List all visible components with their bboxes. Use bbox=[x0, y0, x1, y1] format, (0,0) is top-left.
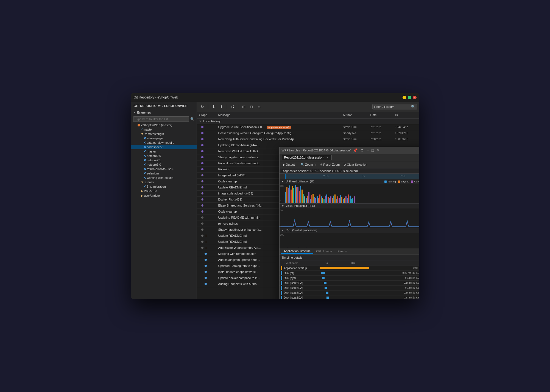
table-row[interactable]: Removing AuthService and fixing Dockerfi… bbox=[197, 136, 419, 142]
branch-item-remotes[interactable]: ▼ remotes/origin bbox=[131, 132, 197, 136]
graph-line-blue bbox=[206, 259, 206, 261]
reset-zoom-btn[interactable]: ↺ Reset Zoom bbox=[319, 162, 341, 167]
table-row[interactable]: Docker working without Configure Configu… bbox=[197, 130, 419, 136]
minimize-btn[interactable]: – bbox=[403, 96, 406, 99]
tab-app-timeline[interactable]: Application Timeline bbox=[281, 249, 314, 254]
maximize-btn[interactable]: □ bbox=[408, 96, 411, 99]
event-name: Application Startup bbox=[284, 267, 320, 270]
commit-author: Steve Smi... bbox=[343, 125, 370, 129]
branch-item-netcore30[interactable]: ⑆ netcore3.0 bbox=[131, 162, 197, 167]
svg-rect-8 bbox=[296, 187, 297, 203]
list-item[interactable]: Disk (json:SEA) 0.16 ms [1 KB] bbox=[280, 291, 419, 295]
branch-item-return-error[interactable]: ⑆ return-error-to-user- bbox=[131, 167, 197, 171]
branch-item-master[interactable]: ⑆ master bbox=[131, 127, 197, 132]
graph-tag-btn[interactable]: ◇ bbox=[256, 103, 263, 110]
commit-hash: 754c845e bbox=[395, 126, 417, 129]
local-history-header[interactable]: ▼ Local History bbox=[197, 119, 419, 124]
arrow-ui: ▼ bbox=[282, 180, 284, 183]
diag-tab-label: Report20211014.diagsession* bbox=[284, 156, 325, 159]
graph-options-btn[interactable]: ⊟ bbox=[248, 103, 255, 110]
branch-filter-input[interactable] bbox=[133, 116, 189, 122]
branch-item-ardalis[interactable]: ▼ ardalis bbox=[131, 180, 197, 184]
branch-item-issue153[interactable]: ▶ issue-153 bbox=[131, 189, 197, 193]
branch-item-admin[interactable]: ⑆ admin-page bbox=[131, 136, 197, 140]
commit-tag: origin/codespace-1 bbox=[267, 126, 291, 129]
graph-line-blue bbox=[206, 283, 206, 285]
diag-pin-btn[interactable]: 📌 bbox=[352, 148, 358, 153]
tab-cpu-usage[interactable]: CPU Usage bbox=[313, 249, 335, 253]
push-btn[interactable]: ⬆ bbox=[218, 103, 225, 110]
table-row[interactable]: Upgrade to use Specification 4.0.... ori… bbox=[197, 124, 419, 130]
timeline-details: Timeline details Sort by: Start time ↕ ⊞… bbox=[280, 255, 419, 299]
branches-section[interactable]: ▼ Branches bbox=[131, 110, 197, 115]
col-date-header[interactable]: Date bbox=[370, 113, 395, 117]
local-history-arrow: ▼ bbox=[199, 120, 202, 123]
refresh-btn[interactable]: ↻ bbox=[199, 103, 206, 110]
col-author-header[interactable]: Author bbox=[343, 113, 370, 117]
graph-cell bbox=[199, 150, 218, 152]
3x-icon: ⑆ bbox=[144, 185, 146, 188]
branch-item-master2[interactable]: ⑆ master bbox=[131, 149, 197, 154]
branch-item-netcore20[interactable]: ⑆ netcore2.0 bbox=[131, 154, 197, 158]
svg-rect-41 bbox=[341, 197, 342, 203]
toolbar-sep1 bbox=[208, 104, 208, 109]
branch-item-catalog[interactable]: ⑆ catalog-viewmodel-s bbox=[131, 140, 197, 145]
branch-item-selenium[interactable]: ⑆ selenium bbox=[131, 171, 197, 176]
list-item[interactable]: Disk (sys) 0.1 ms [4 KB] bbox=[280, 276, 419, 281]
graph-view-btn[interactable]: ⊞ bbox=[241, 103, 247, 110]
diag-max-btn[interactable]: □ bbox=[371, 148, 375, 153]
branch-item-user-andster[interactable]: ▶ user/andster bbox=[131, 193, 197, 198]
arrow-fps: ▼ bbox=[282, 205, 284, 207]
list-item[interactable]: Disk (json:SEA) 0.17 ms [1 KB] bbox=[280, 295, 419, 299]
svg-rect-45 bbox=[347, 198, 348, 203]
svg-rect-39 bbox=[339, 198, 340, 203]
commit-author: Shady Na... bbox=[343, 131, 370, 135]
list-item[interactable]: Application Startup 2.99 s bbox=[280, 266, 419, 271]
branch-item-codespace1[interactable]: ⑆ codespace-1 bbox=[131, 145, 197, 149]
svg-rect-7 bbox=[295, 185, 296, 203]
col-id-header[interactable]: ID bbox=[395, 113, 417, 117]
zoom-in-btn[interactable]: 🔍 Zoom in bbox=[300, 162, 317, 167]
graph-cell bbox=[199, 168, 218, 170]
event-bar bbox=[320, 267, 369, 269]
branch-item-netcore21[interactable]: ⑆ netcore2.1 bbox=[131, 158, 197, 162]
list-item[interactable]: Disk (json:SEA) 0.1 ms [1 KB] bbox=[280, 286, 419, 291]
branch-user-andster-label: user/andster bbox=[144, 194, 161, 197]
svg-rect-47 bbox=[350, 196, 351, 203]
clear-sel-label: Clear Selection bbox=[347, 163, 367, 166]
fetch-btn[interactable]: ⬇ bbox=[210, 103, 217, 110]
close-btn[interactable]: ✕ bbox=[413, 96, 417, 99]
branch-item-3x[interactable]: ⑆ 3_x_migration bbox=[131, 184, 197, 189]
col-graph-header[interactable]: Graph bbox=[199, 113, 218, 117]
event-indicator bbox=[281, 276, 282, 280]
svg-rect-6 bbox=[293, 188, 294, 203]
diag-close-btn[interactable]: ✕ bbox=[376, 148, 381, 153]
diag-tab-report[interactable]: Report20211014.diagsession* ✕ bbox=[281, 155, 332, 160]
list-item[interactable]: Disk (json:SEA) 0.16 ms [1 KB] bbox=[280, 281, 419, 286]
svg-rect-15 bbox=[306, 198, 307, 203]
branch-master-label: master bbox=[144, 128, 153, 131]
filter-history-input[interactable] bbox=[374, 105, 410, 108]
output-btn[interactable]: ▶ Output bbox=[282, 162, 296, 167]
tab-events[interactable]: Events bbox=[335, 249, 350, 253]
chart-panels: ▼ UI thread utilization (%) Parsing Layo… bbox=[280, 179, 419, 248]
branch-item-eshop[interactable]: eShopOnWeb (master) bbox=[131, 123, 197, 127]
commit-date: 7/31/202... bbox=[370, 126, 395, 129]
clear-selection-btn[interactable]: ⊘ Clear Selection bbox=[342, 162, 368, 167]
graph-cell bbox=[199, 235, 218, 237]
graph-line-purple bbox=[202, 174, 203, 176]
graph-line-purple bbox=[202, 168, 203, 170]
branch-item-working[interactable]: ⑆ working-with-solutio bbox=[131, 176, 197, 180]
branch-btn[interactable]: ⑆ bbox=[229, 103, 236, 110]
svg-rect-4 bbox=[291, 190, 292, 203]
diag-min-btn[interactable]: – bbox=[366, 148, 370, 153]
list-item[interactable]: Disk (pf) 0.22 ms [46 KB] bbox=[280, 271, 419, 276]
col-message-header[interactable]: Message bbox=[218, 113, 343, 117]
diag-tab-close-btn[interactable]: ✕ bbox=[326, 156, 329, 159]
event-name: Disk (pf) bbox=[284, 272, 320, 275]
graph-cell bbox=[199, 198, 218, 201]
td-header: Timeline details Sort by: Start time ↕ ⊞… bbox=[280, 255, 419, 261]
fps-chart-header: ▼ Visual throughput (FPS) Composition Th… bbox=[280, 204, 419, 208]
branch-selenium-label: selenium bbox=[147, 172, 159, 175]
diag-settings-btn[interactable]: ⚙ bbox=[359, 148, 365, 153]
